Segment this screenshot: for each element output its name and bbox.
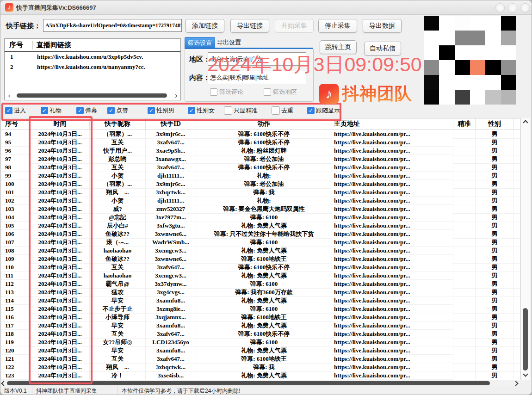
cell-time: 2024年10月3日... — [31, 280, 90, 289]
toolbar-button[interactable]: 停止采集 — [318, 19, 357, 33]
table-row[interactable]: 97 2024年10月3日... 彭总哟 3xanawgx... 弹幕: 老公加… — [1, 155, 520, 163]
room-list-hscroll-thumb[interactable] — [17, 93, 167, 98]
table-hscroll-thumb[interactable] — [7, 381, 490, 385]
cell-homepage: https://live.kuaishou.com/pr... — [332, 172, 453, 180]
scroll-down-icon[interactable] — [521, 371, 530, 377]
filter-checkbox[interactable]: ✓ 点赞 — [107, 106, 128, 115]
table-row[interactable]: 114 2024年10月3日... 早安 3xannfu8... 礼物: 免费人… — [1, 296, 520, 305]
cell-action: 弹幕: 6100快乐不停 — [196, 263, 332, 272]
table-row[interactable]: 94 2024年10月3日... （羽家）... 3x9mjr6c... 弹幕:… — [1, 130, 520, 138]
cell-time: 2024年10月3日... — [31, 238, 90, 247]
scroll-up-icon[interactable] — [521, 120, 530, 125]
cell-precise — [453, 147, 476, 155]
cell-action: 弹幕: 我 — [196, 188, 332, 197]
qr-pixel — [439, 16, 454, 31]
table-row[interactable]: 107 2024年10月3日... 滚（ᵕ⌢... WadrWSmb... 弹幕… — [1, 238, 520, 247]
region-input[interactable]: 北京|上海|云南|广东 — [208, 52, 306, 66]
cell-seq: 115 — [1, 305, 31, 313]
settings-tab[interactable]: 筛选设置 — [185, 37, 215, 48]
scroll-right-icon[interactable] — [513, 381, 519, 386]
table-row[interactable]: 101 2024年10月3日... 翔风 ... 3xbqctwk... 弹幕:… — [1, 188, 520, 197]
table-row[interactable]: 105 2024年10月3日... 辰小白# 3xfw3gtu... 礼物: 免… — [1, 222, 520, 230]
filter-checkbox[interactable]: ✓ 只显精准 — [224, 106, 258, 115]
cell-seq: 114 — [1, 296, 31, 305]
toolbar-button[interactable]: 开始采集 — [275, 19, 314, 33]
header-seq: 序号 — [1, 118, 31, 130]
table-row[interactable]: 104 2024年10月3日... @忘記 3xe7977m... 弹幕: 61… — [1, 213, 520, 222]
filter-checkbox[interactable]: ✓ 跟随显示 — [307, 106, 340, 115]
filter-checkbox[interactable]: ✓ 性别女 — [188, 106, 215, 115]
table-row[interactable]: 108 2024年10月3日... haohaohao 3xcmgcw3... … — [1, 247, 520, 255]
cell-precise — [453, 346, 476, 355]
checkbox-icon — [210, 88, 217, 96]
cell-gender: 男 — [476, 355, 514, 364]
table-vscroll-thumb[interactable] — [523, 308, 528, 370]
table-row[interactable]: 99 2024年10月3日... 小贺 djh11111... 礼物: http… — [1, 172, 520, 180]
cell-action: 礼物: — [196, 172, 332, 180]
cell-kuaishou-id: 3xqjamnx... — [146, 313, 196, 322]
cell-nickname: 快手用户... — [90, 147, 146, 155]
table-row[interactable]: 118 2024年10月3日... 互关 3xafv647... 弹幕: 610… — [1, 330, 520, 338]
table-row[interactable]: 112 2024年10月3日... 霸气吊@ 3x37dymw... 弹幕: 6… — [1, 280, 520, 288]
jump-home-button[interactable]: 跳转主页 — [320, 40, 357, 54]
cell-seq: 112 — [1, 280, 31, 288]
room-link-row[interactable]: 1 https://live.kuaishou.com/u/3xp6p5dv5c… — [5, 52, 180, 62]
table-row[interactable]: 115 2024年10月3日... 不止步于止 3xzmg8ie... 弹幕: … — [1, 305, 520, 313]
auto-message-button[interactable]: 自动私信 — [364, 42, 401, 56]
cell-gender: 男 — [476, 188, 514, 197]
content-input[interactable]: 怎么卖|联系|哪里|地址 — [208, 71, 306, 84]
status-text: 版本V0.1 — [4, 387, 27, 395]
cell-precise — [453, 288, 476, 297]
table-row[interactable]: 119 2024年10月3日... 女??吊师◎ LCD123456yo 弹幕:… — [1, 338, 520, 346]
table-row[interactable]: 109 2024年10月3日... 鱼破冰?? 3xwnwne6... 弹幕: … — [1, 255, 520, 263]
filter-checkbox[interactable]: ✓ 进入 — [5, 106, 26, 115]
room-list-hscrollbar[interactable] — [6, 93, 179, 99]
cell-homepage: https://live.kuaishou.com/pr... — [332, 138, 453, 147]
table-row[interactable]: 121 2024年10月3日... 互关 3xafv647... 弹幕: 610… — [1, 355, 520, 363]
kuaishou-link-input[interactable]: A5nXDpFk&shareUrlOpened=0&timestamp=1727… — [43, 19, 182, 32]
table-row[interactable]: 116 2024年10月3日... 小泽导师 3xqjamnx... 弹幕: 6… — [1, 313, 520, 321]
cell-gender: 男 — [476, 180, 514, 189]
table-row[interactable]: 96 2024年10月3日... 快手用户... 3xae9p5h... 礼物:… — [1, 147, 520, 155]
table-row[interactable]: 106 2024年10月3日... 鱼破冰?? 3xwnwne6... 弹幕: … — [1, 230, 520, 238]
toolbar-button[interactable]: 导出数据 — [363, 19, 402, 33]
table-row[interactable]: 98 2024年10月3日... 互关 3xafv647... 弹幕: 6100… — [1, 163, 520, 172]
scroll-right-icon[interactable] — [173, 93, 178, 98]
panel-checkbox-label: 筛选地区 — [273, 88, 297, 96]
scroll-left-icon[interactable] — [1, 381, 6, 386]
panel-checkbox[interactable]: 筛选评论 — [210, 88, 243, 96]
table-vscrollbar[interactable] — [520, 118, 530, 380]
cell-action: 弹幕: 6100地铁王 — [196, 355, 332, 364]
table-row[interactable]: 113 2024年10月3日... 猛攻 3xg4cvgs... 弹幕: 我有3… — [1, 288, 520, 296]
table-row[interactable]: 103 2024年10月3日... 威? zmv520327 弹幕: 要金色黑鹰… — [1, 205, 520, 213]
filter-checkbox[interactable]: ✓ 去重 — [272, 106, 293, 115]
scroll-left-icon[interactable] — [7, 93, 12, 98]
table-row[interactable]: 95 2024年10月3日... 互关 3xafv647... 弹幕: 6100… — [1, 138, 520, 147]
table-row[interactable]: 100 2024年10月3日... （羽家）... 3x9mjr6c... 弹幕… — [1, 180, 520, 188]
toolbar-button[interactable]: 导出链接 — [230, 19, 269, 33]
toolbar-button[interactable]: 添加链接 — [186, 19, 224, 33]
table-row[interactable]: 102 2024年10月3日... 小贺 djh11111... 礼物: htt… — [1, 197, 520, 205]
table-row[interactable]: 110 2024年10月3日... 互关 3xafv647... 弹幕: 610… — [1, 263, 520, 272]
filter-checkbox[interactable]: ✓ 礼物 — [41, 106, 62, 115]
settings-tab[interactable]: 导出设置 — [214, 37, 244, 48]
room-link-row[interactable]: 2 https://live.kuaishou.com/u/nanyanmy?c… — [5, 62, 180, 72]
qr-pixel — [501, 16, 516, 31]
cell-homepage: https://live.kuaishou.com/pr... — [332, 130, 453, 138]
table-row[interactable]: 123 2024年10月3日... 冷！ 3xse4isb... 礼物: 免费人… — [1, 371, 520, 380]
filter-checkbox[interactable]: ✓ 弹幕 — [76, 106, 97, 115]
minimize-button[interactable] — [495, 3, 505, 12]
maximize-button[interactable] — [508, 3, 517, 12]
close-button[interactable] — [520, 3, 530, 12]
filter-checkbox[interactable]: ✓ 性别男 — [148, 106, 174, 115]
table-row[interactable]: 117 2024年10月3日... 早安 3xannfu8... 礼物: 免费人… — [1, 321, 520, 330]
cell-gender: 男 — [476, 263, 514, 272]
capture-filter-row: ✓ 进入 ✓ 礼物 ✓ 弹幕 ✓ 点赞 ✓ 性别男 ✓ 性别女 ✓ 只显精准 — [5, 106, 340, 115]
table-row[interactable]: 122 2024年10月3日... 翔风 ... 3xbqctwk... 弹幕:… — [1, 363, 520, 371]
table-row[interactable]: 120 2024年10月3日... 早安 3xannfu8... 礼物: 免费人… — [1, 346, 520, 355]
cell-nickname: 霸气吊@ — [90, 280, 146, 289]
panel-checkbox[interactable]: 筛选地区 — [264, 88, 297, 96]
table-row[interactable]: 111 2024年10月3日... haohaohao 3xcmgcw3... … — [1, 272, 520, 280]
table-hscrollbar[interactable] — [0, 380, 520, 386]
cell-nickname: 早安 — [90, 321, 146, 330]
